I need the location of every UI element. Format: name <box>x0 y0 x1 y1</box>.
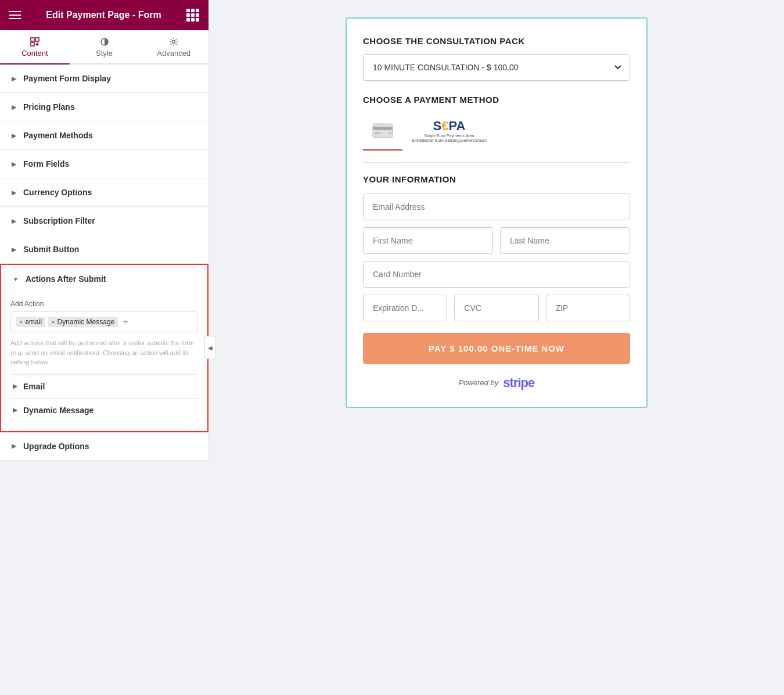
hamburger-icon[interactable] <box>9 11 21 19</box>
last-name-field[interactable] <box>500 227 630 254</box>
accordion-header-submit-button[interactable]: ▶ Submit Button <box>0 235 208 263</box>
content-icon <box>30 37 39 46</box>
sub-accordion-label-email: Email <box>23 382 45 391</box>
powered-by-label: Powered by <box>459 378 499 387</box>
choose-payment-heading: CHOOSE A PAYMENT METHOD <box>363 95 630 105</box>
action-tag-dynamic-message-label: Dynamic Message <box>57 318 115 326</box>
remove-dynamic-message-tag[interactable]: × <box>51 318 55 325</box>
chevron-right-icon-3: ▶ <box>12 132 16 139</box>
accordion-header-payment-form-display[interactable]: ▶ Payment Form Display <box>0 65 208 92</box>
accordion-header-currency-options[interactable]: ▶ Currency Options <box>0 178 208 206</box>
accordion-subscription-filter: ▶ Subscription Filter <box>0 207 208 235</box>
tab-advanced[interactable]: Advanced <box>139 30 208 65</box>
chevron-right-icon-8: ▶ <box>12 443 16 449</box>
accordion-header-actions-after-submit[interactable]: ▼ Actions After Submit <box>1 265 207 293</box>
stripe-logo: stripe <box>503 375 534 391</box>
powered-by: Powered by stripe <box>363 375 630 391</box>
sepa-logo-block: S € PA Single Euro Payments AreaEinheitl… <box>412 119 487 144</box>
accordion-currency-options: ▶ Currency Options <box>0 178 208 207</box>
payment-method-section: CHOOSE A PAYMENT METHOD S <box>363 95 630 151</box>
svg-point-6 <box>172 41 175 44</box>
grid-icon[interactable] <box>186 9 199 22</box>
payment-tab-card[interactable] <box>363 113 402 151</box>
accordion-header-pricing-plans[interactable]: ▶ Pricing Plans <box>0 93 208 121</box>
style-icon <box>100 37 109 46</box>
svg-rect-8 <box>373 127 393 130</box>
tab-style[interactable]: Style <box>70 30 139 65</box>
choose-pack-heading: CHOOSE THE CONSULTATION PACK <box>363 36 630 46</box>
add-tag-button[interactable]: + <box>120 317 130 327</box>
payment-form-container: CHOOSE THE CONSULTATION PACK 10 MINUTE C… <box>346 17 648 408</box>
sidebar-collapse-handle[interactable]: ◀ <box>204 336 216 359</box>
sidebar-header: Edit Payment Page - Form <box>0 0 208 30</box>
action-tags-input[interactable]: × email × Dynamic Message + <box>10 311 198 332</box>
svg-rect-9 <box>375 132 380 134</box>
accordion-submit-button: ▶ Submit Button <box>0 235 208 264</box>
sub-accordion-dynamic-message: ▶ Dynamic Message <box>10 398 198 422</box>
first-name-field[interactable] <box>363 227 493 254</box>
accordion-header-form-fields[interactable]: ▶ Form Fields <box>0 150 208 178</box>
chevron-right-icon-dynamic: ▶ <box>13 407 17 413</box>
sepa-pa: PA <box>448 119 465 134</box>
chevron-right-icon-email: ▶ <box>13 383 17 389</box>
accordion-upgrade-options: ▶ Upgrade Options <box>0 432 208 461</box>
tab-content-label: Content <box>21 49 48 58</box>
payment-tab-sepa[interactable]: S € PA Single Euro Payments AreaEinheitl… <box>402 113 496 151</box>
accordion-payment-methods: ▶ Payment Methods <box>0 121 208 150</box>
accordion-label-subscription-filter: Subscription Filter <box>23 216 95 225</box>
accordion-label-upgrade-options: Upgrade Options <box>23 442 89 451</box>
main-content: CHOOSE THE CONSULTATION PACK 10 MINUTE C… <box>209 0 784 695</box>
sepa-logo: S € PA <box>433 119 465 134</box>
your-info-heading: YOUR INFORMATION <box>363 174 630 184</box>
action-tag-email-label: email <box>25 318 42 326</box>
action-tag-dynamic-message: × Dynamic Message <box>48 317 118 327</box>
action-hint: Add actions that will be performed after… <box>10 338 198 367</box>
divider <box>363 162 630 163</box>
sidebar-title: Edit Payment Page - Form <box>46 10 161 20</box>
accordion-label-pricing-plans: Pricing Plans <box>23 102 75 112</box>
accordion-form-fields: ▶ Form Fields <box>0 150 208 178</box>
accordion-header-upgrade-options[interactable]: ▶ Upgrade Options <box>0 432 208 460</box>
svg-rect-2 <box>31 42 34 46</box>
chevron-right-icon-4: ▶ <box>12 161 16 167</box>
svg-rect-1 <box>35 38 39 41</box>
accordion-pricing-plans: ▶ Pricing Plans <box>0 93 208 121</box>
remove-email-tag[interactable]: × <box>19 318 23 325</box>
plan-select[interactable]: 10 MINUTE CONSULTATION - $ 100.00 <box>363 54 630 81</box>
tab-style-label: Style <box>96 49 113 58</box>
zip-field[interactable] <box>546 295 630 321</box>
credit-card-icon <box>372 123 393 138</box>
name-row <box>363 227 630 254</box>
settings-icon <box>169 37 178 46</box>
accordion-label-payment-methods: Payment Methods <box>23 131 93 140</box>
actions-body: Add Action × email × Dynamic Message + A… <box>1 293 207 431</box>
payment-methods-tabs: S € PA Single Euro Payments AreaEinheitl… <box>363 113 630 151</box>
accordion-label-form-fields: Form Fields <box>23 159 69 169</box>
accordion-label-payment-form-display: Payment Form Display <box>23 74 111 83</box>
svg-rect-7 <box>373 124 393 138</box>
cvc-field[interactable] <box>454 295 538 321</box>
sidebar-tabs: Content Style Advanced <box>0 30 208 65</box>
sub-accordion-header-email[interactable]: ▶ Email <box>10 375 198 398</box>
pay-button[interactable]: PAY $ 100.00 ONE-TIME NOW <box>363 333 630 364</box>
sub-accordion-email: ▶ Email <box>10 374 198 398</box>
card-number-field[interactable] <box>363 261 630 288</box>
chevron-right-icon-7: ▶ <box>12 246 16 253</box>
action-tag-email: × email <box>16 317 45 327</box>
chevron-down-icon: ▼ <box>13 276 19 282</box>
sidebar: Edit Payment Page - Form Content <box>0 0 209 461</box>
tab-content[interactable]: Content <box>0 30 70 65</box>
chevron-right-icon-2: ▶ <box>12 104 16 110</box>
sub-accordion-header-dynamic-message[interactable]: ▶ Dynamic Message <box>10 399 198 422</box>
sepa-subtitle: Single Euro Payments AreaEinheitlicher E… <box>412 134 487 144</box>
accordion-label-actions-after-submit: Actions After Submit <box>26 274 106 284</box>
card-details-row <box>363 295 630 321</box>
accordion-header-payment-methods[interactable]: ▶ Payment Methods <box>0 121 208 149</box>
svg-rect-0 <box>31 38 34 41</box>
accordion-actions-after-submit: ▼ Actions After Submit Add Action × emai… <box>0 264 208 432</box>
chevron-right-icon-6: ▶ <box>12 218 16 224</box>
email-field[interactable] <box>363 194 630 220</box>
expiration-field[interactable] <box>363 295 447 321</box>
accordion-header-subscription-filter[interactable]: ▶ Subscription Filter <box>0 207 208 235</box>
tab-advanced-label: Advanced <box>157 49 190 58</box>
